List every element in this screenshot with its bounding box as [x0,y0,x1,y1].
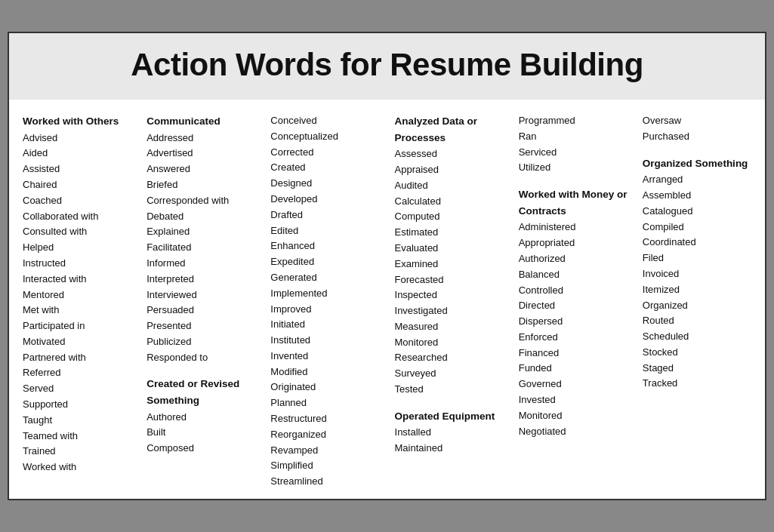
word-item: Installed [395,425,504,441]
word-item: Coordinated [643,235,751,251]
column-3: ConceivedConceptualizedCorrectedCreatedD… [263,113,387,490]
word-item: Developed [270,192,379,208]
word-item: Instituted [270,333,379,349]
word-item: Calculated [395,194,504,210]
word-item: Forecasted [395,272,504,288]
word-item: Informed [146,256,255,272]
column-6: OversawPurchasedOrganized SomethingArran… [635,113,751,490]
word-item: Evaluated [395,241,504,257]
word-item: Composed [146,441,255,457]
content-area: Worked with OthersAdvisedAidedAssistedCh… [9,100,765,499]
word-item: Responded to [146,350,255,366]
section-header-6-2: Organized Something [643,155,751,172]
word-item: Monitored [395,335,504,351]
word-item: Oversaw [643,113,751,129]
word-item: Appropriated [519,235,628,251]
word-item: Maintained [395,441,504,457]
word-item: Originated [270,380,379,395]
section-5-2: Worked with Money or ContractsAdminister… [519,186,628,439]
section-header-2-2: Created or Revised Something [146,376,255,408]
word-item: Drafted [270,208,379,223]
word-item: Corresponded with [146,193,255,209]
word-item: Computed [395,209,504,225]
word-item: Estimated [395,225,504,241]
word-item: Consulted with [23,224,131,240]
word-item: Catalogued [643,204,751,220]
word-item: Researched [395,350,504,366]
word-item: Invented [270,349,379,364]
word-item: Measured [395,319,504,335]
word-item: Ran [519,129,628,145]
word-item: Streamlined [270,474,379,490]
section-header-4-2: Operated Equipment [395,408,504,425]
word-item: Worked with [23,460,131,475]
word-item: Stocked [643,345,751,361]
word-item: Programmed [519,113,628,129]
section-2-2: Created or Revised SomethingAuthoredBuil… [146,376,255,457]
word-item: Participated in [23,318,131,334]
word-item: Serviced [519,145,628,161]
header: Action Words for Resume Building [9,33,765,100]
word-item: Mentored [23,288,131,303]
word-item: Taught [23,413,131,429]
word-item: Persuaded [146,303,255,318]
word-item: Routed [643,313,751,329]
word-item: Enhanced [270,238,379,254]
word-item: Governed [519,377,628,392]
word-item: Simplified [270,458,379,474]
word-item: Addressed [146,131,255,146]
word-item: Revamped [270,443,379,459]
column-2: CommunicatedAddressedAdvertisedAnsweredB… [139,113,263,490]
column-4: Analyzed Data or ProcessesAssessedApprai… [387,113,511,490]
word-item: Inspected [395,288,504,303]
section-header-1-1: Worked with Others [23,113,131,130]
word-item: Invested [519,392,628,408]
word-item: Coached [23,193,131,209]
word-item: Negotiated [519,424,628,440]
word-item: Chaired [23,177,131,193]
word-item: Appraised [395,162,504,178]
word-item: Collaborated with [23,209,131,225]
word-item: Corrected [270,145,379,161]
word-item: Examined [395,257,504,272]
word-item: Built [146,425,255,441]
word-item: Audited [395,178,504,194]
section-header-2-1: Communicated [146,113,255,130]
section-4-1: Analyzed Data or ProcessesAssessedApprai… [395,113,504,398]
word-item: Helped [23,240,131,256]
word-item: Generated [270,270,379,286]
word-item: Publicized [146,334,255,350]
word-item: Improved [270,302,379,318]
word-item: Expedited [270,254,379,270]
column-5: ProgrammedRanServicedUtilizedWorked with… [511,113,635,490]
word-item: Facilitated [146,240,255,256]
word-item: Aided [23,146,131,161]
word-item: Partnered with [23,350,131,366]
word-item: Assisted [23,161,131,177]
word-item: Enforced [519,330,628,346]
word-item: Compiled [643,220,751,235]
word-item: Directed [519,298,628,314]
page-title: Action Words for Resume Building [24,47,750,83]
section-6-1: OversawPurchased [643,113,751,145]
word-item: Utilized [519,160,628,176]
word-item: Surveyed [395,366,504,382]
word-item: Interacted with [23,272,131,288]
word-item: Met with [23,303,131,318]
word-item: Instructed [23,256,131,272]
word-item: Administered [519,220,628,235]
word-item: Advised [23,131,131,146]
word-item: Tracked [643,376,751,392]
word-item: Trained [23,444,131,460]
section-5-1: ProgrammedRanServicedUtilized [519,113,628,176]
word-item: Assembled [643,188,751,204]
word-item: Implemented [270,286,379,302]
section-4-2: Operated EquipmentInstalledMaintained [395,408,504,457]
word-item: Conceptualized [270,129,379,145]
word-item: Supported [23,397,131,413]
word-item: Invoiced [643,266,751,282]
column-1: Worked with OthersAdvisedAidedAssistedCh… [23,113,139,490]
word-item: Dispersed [519,314,628,330]
section-2-1: CommunicatedAddressedAdvertisedAnsweredB… [146,113,255,366]
section-header-4-1: Analyzed Data or Processes [395,113,504,146]
